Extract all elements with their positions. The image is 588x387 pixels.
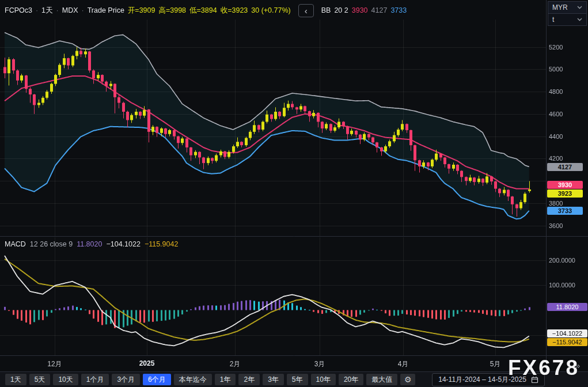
range-button-5年[interactable]: 5年 xyxy=(287,374,308,385)
month-label-2025: 2025 xyxy=(139,359,155,367)
calendar-icon xyxy=(531,376,538,384)
price-label-4400: 4400 xyxy=(549,133,563,140)
gear-icon: ⚙ xyxy=(404,375,412,384)
chevron-down-icon xyxy=(577,18,582,21)
collapse-legend-button[interactable]: ‹ xyxy=(298,4,314,17)
bb-params: 20 2 xyxy=(334,6,348,14)
range-button-1天[interactable]: 1天 xyxy=(5,374,26,385)
range-button-1个月[interactable]: 1个月 xyxy=(81,374,109,385)
time-axis[interactable]: 12月20252月3月4月5月 xyxy=(0,356,546,371)
date-range-picker[interactable]: 14-11月-2024 – 14-5月-2025 xyxy=(432,373,545,386)
axis-badge-4127: 4127 xyxy=(547,163,583,171)
change-value: 30 (+0.77%) xyxy=(251,6,290,14)
open-value: 开=3909 xyxy=(128,6,155,16)
symbol-header: FCPOc3 · 1天 · MDX · Trade Price 开=3909 高… xyxy=(5,4,407,17)
unit-value: t xyxy=(552,16,554,24)
price-label-5200: 5200 xyxy=(549,44,563,51)
range-button-2年[interactable]: 2年 xyxy=(238,374,260,385)
price-label-5000: 5000 xyxy=(549,66,563,73)
settings-button[interactable]: ⚙ xyxy=(400,374,415,385)
price-label-4600: 4600 xyxy=(549,111,563,117)
interval-label[interactable]: 1天 xyxy=(41,6,52,16)
macd-hist-value: 11.8020 xyxy=(77,240,102,248)
timeframe-toolbar: 1天5天10天1个月3个月6个月本年迄今1年2年3年5年10年20年最大值 ⚙ … xyxy=(0,372,588,387)
bb-upper-value: 4127 xyxy=(371,6,388,14)
date-range-text: 14-11月-2024 – 14-5月-2025 xyxy=(438,375,526,385)
chevron-down-icon xyxy=(577,6,582,9)
macd-line-value: −104.1022 xyxy=(106,240,140,248)
trading-chart-app: FCPOc3 · 1天 · MDX · Trade Price 开=3909 高… xyxy=(0,0,588,387)
symbol-name[interactable]: FCPOc3 xyxy=(5,6,32,14)
macd-signal-value: −115.9042 xyxy=(145,240,179,248)
high-value: 高=3998 xyxy=(158,6,186,16)
currency-unit-panel: MYR t xyxy=(548,1,587,26)
low-value: 低=3894 xyxy=(189,6,217,16)
month-label-5月: 5月 xyxy=(490,359,501,369)
price-label-4800: 4800 xyxy=(549,88,563,95)
axis-badge-3923: 3923 xyxy=(547,189,583,198)
chart-canvas[interactable] xyxy=(0,0,588,387)
price-type-label: Trade Price xyxy=(88,6,124,14)
range-button-最大值[interactable]: 最大值 xyxy=(366,374,397,385)
axis-badge-3930: 3930 xyxy=(547,181,583,189)
range-button-本年迄今[interactable]: 本年迄今 xyxy=(174,374,212,385)
axis-badge-11.8020: 11.8020 xyxy=(547,303,587,311)
bb-basis-value: 3930 xyxy=(352,6,368,14)
unit-dropdown[interactable]: t xyxy=(548,13,586,25)
month-label-2月: 2月 xyxy=(230,359,241,369)
macd-title[interactable]: MACD xyxy=(5,240,26,248)
month-label-3月: 3月 xyxy=(314,359,325,369)
bb-lower-value: 3733 xyxy=(390,6,407,14)
price-label-3800: 3800 xyxy=(549,200,563,207)
macd-label-200.0000: 200.0000 xyxy=(549,257,575,264)
currency-value: MYR xyxy=(552,3,568,12)
close-value: 收=3923 xyxy=(221,6,248,16)
price-label-4200: 4200 xyxy=(549,155,563,162)
separator-dot: · xyxy=(82,6,84,14)
range-button-10天[interactable]: 10天 xyxy=(53,374,78,385)
month-label-12月: 12月 xyxy=(47,359,62,369)
chevron-left-icon: ‹ xyxy=(305,6,308,16)
separator-dot: · xyxy=(56,6,59,14)
month-label-4月: 4月 xyxy=(398,359,409,369)
separator-dot: · xyxy=(36,6,38,14)
price-label-3600: 3600 xyxy=(549,222,563,229)
scroll-right-icon[interactable]: » xyxy=(575,361,580,370)
range-button-3年[interactable]: 3年 xyxy=(263,374,284,385)
range-button-6个月[interactable]: 6个月 xyxy=(143,374,171,385)
currency-dropdown[interactable]: MYR xyxy=(548,2,586,13)
macd-label-100.0000: 100.0000 xyxy=(549,282,575,289)
axis-badge-−115.9042: −115.9042 xyxy=(547,338,587,346)
range-button-10年[interactable]: 10年 xyxy=(311,374,336,385)
range-button-20年[interactable]: 20年 xyxy=(339,374,363,385)
exchange-label: MDX xyxy=(62,6,78,14)
axis-badge-−104.1022: −104.1022 xyxy=(547,329,587,337)
range-buttons: 1天5天10天1个月3个月6个月本年迄今1年2年3年5年10年20年最大值 xyxy=(5,374,397,385)
macd-header: MACD 12 26 close 9 11.8020 −104.1022 −11… xyxy=(5,240,178,248)
range-button-1年[interactable]: 1年 xyxy=(215,374,236,385)
range-button-3个月[interactable]: 3个月 xyxy=(112,374,140,385)
macd-params: 12 26 close 9 xyxy=(30,240,73,248)
axis-badge-3733: 3733 xyxy=(547,207,583,215)
bb-indicator-title[interactable]: BB xyxy=(321,6,331,14)
range-button-5天[interactable]: 5天 xyxy=(29,374,51,385)
